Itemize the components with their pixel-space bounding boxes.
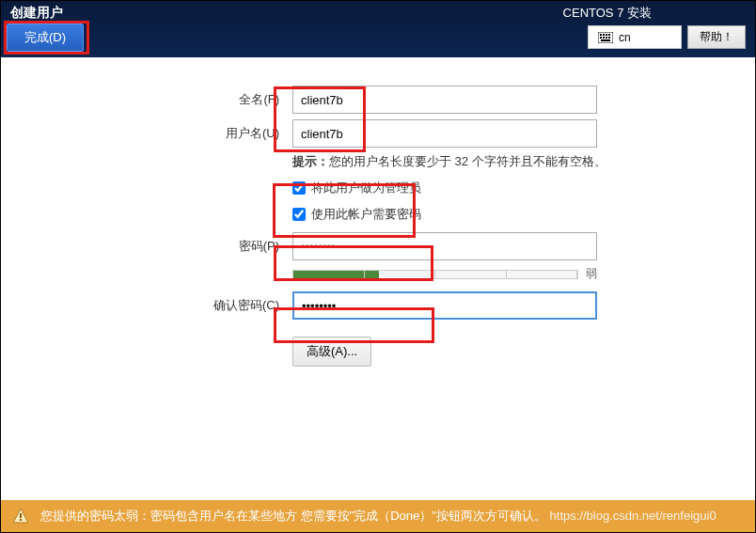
require-password-checkbox-label[interactable]: 使用此帐户需要密码 [311,206,421,223]
svg-rect-7 [606,37,607,39]
admin-checkbox-label[interactable]: 将此用户做为管理员 [311,180,421,196]
done-button[interactable]: 完成(D) [7,24,84,52]
svg-rect-9 [601,39,610,41]
svg-rect-4 [608,34,610,36]
help-button[interactable]: 帮助！ [687,25,746,49]
watermark-text: https://blog.csdn.net/renfeigui0 [550,509,717,523]
keyboard-lang-label: cn [619,31,631,44]
fullname-label: 全名(F) [20,91,292,108]
username-input[interactable] [292,119,597,148]
svg-rect-6 [603,37,605,39]
page-title: 创建用户 [7,5,84,22]
require-password-checkbox[interactable] [292,208,306,221]
advanced-button[interactable]: 高级(A)... [292,337,371,367]
password-strength-bar [292,270,578,279]
installer-title: CENTOS 7 安装 [563,5,652,22]
svg-rect-5 [600,37,602,39]
username-label: 用户名(U) [20,125,292,142]
svg-rect-1 [600,34,602,36]
keyboard-icon [598,32,613,43]
password-strength-label: 弱 [586,266,597,282]
fullname-input[interactable] [292,86,597,114]
password-label: 密码(P) [20,238,292,255]
password-input[interactable] [292,232,597,260]
svg-rect-2 [603,34,605,36]
username-hint: 提示：您的用户名长度要少于 32 个字符并且不能有空格。 [292,153,606,170]
warning-text: 您提供的密码太弱：密码包含用户名在某些地方 您需要按"完成（Done）"按钮两次… [40,509,546,523]
installer-header: 创建用户 完成(D) CENTOS 7 安装 cn 帮助！ [1,1,755,57]
confirm-password-input[interactable] [292,291,597,320]
warning-icon [12,508,29,525]
keyboard-layout-indicator[interactable]: cn [588,25,682,49]
svg-rect-3 [606,34,607,36]
warning-footer: 您提供的密码太弱：密码包含用户名在某些地方 您需要按"完成（Done）"按钮两次… [1,500,755,532]
confirm-password-label: 确认密码(C) [20,297,292,314]
svg-rect-10 [20,513,22,518]
svg-rect-8 [608,37,610,39]
form-content: 全名(F) 用户名(U) 提示：您的用户名长度要少于 32 个字符并且不能有空格… [1,57,755,385]
svg-rect-11 [20,519,22,521]
admin-checkbox[interactable] [292,181,306,195]
